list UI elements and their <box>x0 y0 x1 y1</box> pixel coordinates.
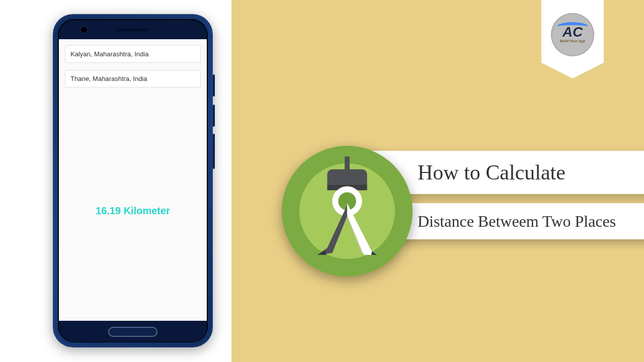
phone-side-button <box>213 74 215 97</box>
phone-top-bezel <box>59 20 207 39</box>
channel-badge-ribbon: AC Build Your App <box>541 0 604 78</box>
camera-icon <box>81 27 87 33</box>
svg-rect-0 <box>345 156 350 171</box>
phone-mockup: 16.19 Kilometer <box>53 14 213 347</box>
channel-badge-circle: AC Build Your App <box>551 13 594 56</box>
title-line-1: How to Calculate <box>418 160 566 185</box>
phone-bottom-bezel <box>59 321 207 342</box>
app-screen: 16.19 Kilometer <box>59 39 207 321</box>
android-studio-icon <box>282 146 413 277</box>
android-studio-compass-icon <box>297 155 397 255</box>
origin-input[interactable] <box>65 45 201 63</box>
phone-side-button <box>213 105 215 127</box>
title-line-2: Distance Betweem Two Places <box>418 212 616 231</box>
speaker-grille <box>117 28 149 31</box>
badge-swoosh-icon <box>557 22 588 31</box>
phone-side-button <box>213 134 215 169</box>
badge-subtitle: Build Your App <box>560 39 585 43</box>
phone-inner-frame: 16.19 Kilometer <box>58 19 208 342</box>
destination-input[interactable] <box>65 70 201 87</box>
thumbnail-stage: 16.19 Kilometer AC Build Your App <box>0 0 644 362</box>
home-button[interactable] <box>108 327 157 337</box>
distance-result-text: 16.19 Kilometer <box>65 205 201 217</box>
